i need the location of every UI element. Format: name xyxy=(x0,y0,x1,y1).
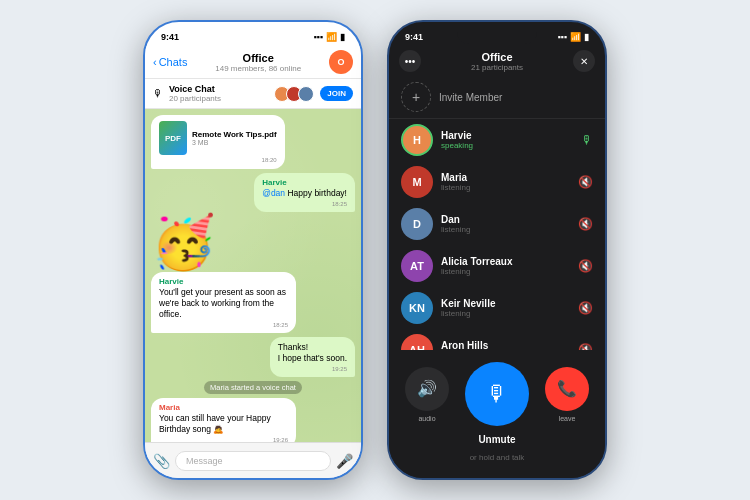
left-time: 9:41 xyxy=(161,32,179,42)
mic-off-icon-keir: 🔇 xyxy=(578,301,593,315)
right-status-icons: ▪▪▪ 📶 ▮ xyxy=(557,32,589,42)
mute-button[interactable]: 🎙 xyxy=(465,362,529,426)
voice-chat-title: Voice Chat xyxy=(169,84,268,94)
vc-participant-count: 21 participants xyxy=(471,63,523,72)
chat-group-avatar: O xyxy=(329,50,353,74)
right-phone: 9:41 ▪▪▪ 📶 ▮ ••• Office 21 participants … xyxy=(387,20,607,480)
participant-info-harvie: Harvie speaking xyxy=(441,130,573,150)
voice-participant-avatars xyxy=(274,86,314,102)
chevron-left-icon: ‹ xyxy=(153,56,157,68)
maria-text: You can still have your Happy Birthday s… xyxy=(159,413,288,435)
file-size: 3 MB xyxy=(192,139,277,146)
file-msg-time: 18:20 xyxy=(159,157,277,163)
unmute-label: Unmute xyxy=(478,434,515,445)
back-label: Chats xyxy=(159,56,188,68)
attach-icon[interactable]: 📎 xyxy=(153,453,170,469)
harvie-text: You'll get your present as soon as we're… xyxy=(159,287,288,320)
chat-area: PDF Remote Work Tips.pdf 3 MB 18:20 Harv… xyxy=(145,109,361,442)
invite-icon: + xyxy=(401,82,431,112)
participant-info-keir: Keir Neville listening xyxy=(441,298,570,318)
thanks-text: Thanks!I hope that's soon. xyxy=(278,342,347,364)
maria-message: Maria You can still have your Happy Birt… xyxy=(151,398,296,442)
back-button[interactable]: ‹ Chats xyxy=(153,56,187,68)
participant-list: H Harvie speaking 🎙 M Maria listening 🔇 … xyxy=(389,119,605,350)
participant-info-dan: Dan listening xyxy=(441,214,570,234)
birthday-wish: Happy birthday! xyxy=(287,188,347,198)
person-add-icon: + xyxy=(412,89,420,105)
voice-chat-info: Voice Chat 20 participants xyxy=(169,84,268,103)
participant-harvie: H Harvie speaking 🎙 xyxy=(389,119,605,161)
right-wifi-icon: 📶 xyxy=(570,32,581,42)
voice-av-3 xyxy=(298,86,314,102)
mic-off-icon-dan: 🔇 xyxy=(578,217,593,231)
participant-name-harvie: Harvie xyxy=(441,130,573,141)
audio-btn-wrap: 🔊 audio xyxy=(405,367,449,422)
vc-controls: 🔊 audio 🎙 📞 leave Unmute or hold and tal… xyxy=(389,350,605,478)
more-options-button[interactable]: ••• xyxy=(399,50,421,72)
file-message: PDF Remote Work Tips.pdf 3 MB 18:20 xyxy=(151,115,285,169)
right-signal-icon: ▪▪▪ xyxy=(557,32,567,42)
mute-btn-wrap: 🎙 xyxy=(465,362,529,426)
participant-aron: AH Aron Hills listening 🔇 xyxy=(389,329,605,350)
chat-member-count: 149 members, 86 online xyxy=(193,64,323,73)
participant-name-keir: Keir Neville xyxy=(441,298,570,309)
mic-on-icon: 🎙 xyxy=(581,133,593,147)
audio-label: audio xyxy=(418,415,435,422)
message-input-bar: 📎 Message 🎤 xyxy=(145,442,361,478)
participant-info-maria: Maria listening xyxy=(441,172,570,192)
leave-btn-wrap: 📞 leave xyxy=(545,367,589,422)
hold-label: or hold and talk xyxy=(470,453,525,462)
left-phone: 9:41 ▪▪▪ 📶 ▮ ‹ Chats Office 149 members,… xyxy=(143,20,363,480)
audio-button[interactable]: 🔊 xyxy=(405,367,449,411)
voice-participant-count: 20 participants xyxy=(169,94,268,103)
mic-input-icon[interactable]: 🎤 xyxy=(336,453,353,469)
avatar-alicia-t: AT xyxy=(401,250,433,282)
pdf-icon: PDF xyxy=(159,121,187,155)
join-button[interactable]: JOIN xyxy=(320,86,353,101)
battery-icon: ▮ xyxy=(340,32,345,42)
thanks-message: Thanks!I hope that's soon. 19:25 xyxy=(270,337,355,377)
input-placeholder: Message xyxy=(186,456,223,466)
wifi-icon: 📶 xyxy=(326,32,337,42)
leave-label: leave xyxy=(559,415,576,422)
sender-harvie: Harvie xyxy=(262,178,347,187)
avatar-harvie: H xyxy=(401,124,433,156)
harvie-message: Harvie You'll get your present as soon a… xyxy=(151,272,296,333)
file-info: Remote Work Tips.pdf 3 MB xyxy=(192,130,277,146)
sender-maria: Maria xyxy=(159,403,288,412)
participant-alicia-t: AT Alicia Torreaux listening 🔇 xyxy=(389,245,605,287)
participant-status-harvie: speaking xyxy=(441,141,573,150)
birthday-text: @dan Happy birthday! xyxy=(262,188,347,199)
participant-maria: M Maria listening 🔇 xyxy=(389,161,605,203)
participant-info-alicia-t: Alicia Torreaux listening xyxy=(441,256,570,276)
close-button[interactable]: ✕ xyxy=(573,50,595,72)
mic-off-icon-alicia-t: 🔇 xyxy=(578,259,593,273)
signal-icon: ▪▪▪ xyxy=(313,32,323,42)
leave-button[interactable]: 📞 xyxy=(545,367,589,411)
chat-name: Office xyxy=(193,52,323,64)
chat-header: ‹ Chats Office 149 members, 86 online O xyxy=(145,46,361,79)
mic-off-icon-aron: 🔇 xyxy=(578,343,593,350)
birthday-message: Harvie @dan Happy birthday! 18:25 xyxy=(254,173,355,212)
birthday-time: 18:25 xyxy=(262,201,347,207)
mic-off-icon-maria: 🔇 xyxy=(578,175,593,189)
voice-chat-banner[interactable]: 🎙 Voice Chat 20 participants JOIN xyxy=(145,79,361,109)
system-message-voice: Maria started a voice chat xyxy=(204,381,302,394)
birthday-sticker: 🥳 xyxy=(151,216,221,268)
voice-icon: 🎙 xyxy=(153,88,163,99)
chat-header-info: Office 149 members, 86 online xyxy=(193,52,323,73)
right-time: 9:41 xyxy=(405,32,423,42)
message-input[interactable]: Message xyxy=(175,451,331,471)
participant-name-dan: Dan xyxy=(441,214,570,225)
participant-status-maria: listening xyxy=(441,183,570,192)
left-status-icons: ▪▪▪ 📶 ▮ xyxy=(313,32,345,42)
avatar-dan: D xyxy=(401,208,433,240)
participant-info-aron: Aron Hills listening xyxy=(441,340,570,350)
invite-member-row[interactable]: + Invite Member xyxy=(389,76,605,119)
invite-member-label: Invite Member xyxy=(439,92,502,103)
mention-dan: @dan xyxy=(262,188,285,198)
right-battery-icon: ▮ xyxy=(584,32,589,42)
participant-name-alicia-t: Alicia Torreaux xyxy=(441,256,570,267)
participant-name-maria: Maria xyxy=(441,172,570,183)
vc-title-wrap: Office 21 participants xyxy=(471,51,523,72)
